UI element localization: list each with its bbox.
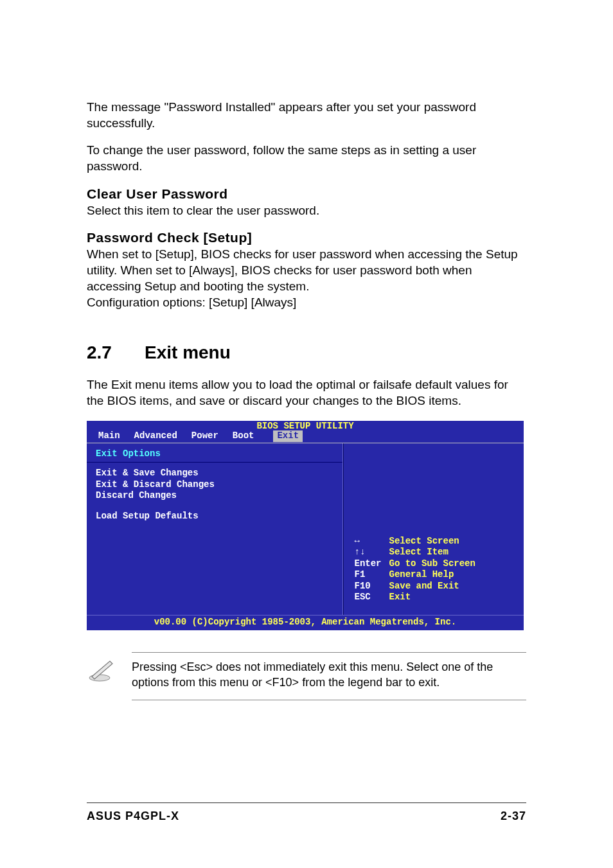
help-desc-select-item: Select Item bbox=[389, 547, 448, 558]
exit-intro: The Exit menu items allow you to load th… bbox=[87, 377, 526, 409]
bios-menu-item-discard[interactable]: Discard Changes bbox=[96, 490, 333, 502]
help-desc-exit: Exit bbox=[389, 592, 411, 603]
password-check-text: When set to [Setup], BIOS checks for use… bbox=[87, 247, 526, 294]
section-heading: 2.7Exit menu bbox=[87, 342, 526, 363]
clear-password-heading: Clear User Password bbox=[87, 186, 526, 202]
note-text: Pressing <Esc> does not immediately exit… bbox=[132, 659, 526, 691]
bios-tab-power[interactable]: Power bbox=[191, 430, 233, 442]
note-block: Pressing <Esc> does not immediately exit… bbox=[87, 652, 526, 700]
note-icon bbox=[87, 652, 115, 700]
bios-help-panel: ↔Select Screen ↑↓Select Item EnterGo to … bbox=[343, 443, 524, 615]
help-key-f1: F1 bbox=[354, 569, 389, 581]
intro-paragraph-2: To change the user password, follow the … bbox=[87, 143, 526, 174]
page-footer: ASUS P4GPL-X 2-37 bbox=[87, 802, 526, 823]
help-desc-save-exit: Save and Exit bbox=[389, 581, 459, 592]
bios-menu-item-discard-exit[interactable]: Exit & Discard Changes bbox=[96, 479, 333, 491]
bios-tab-bar: Main Advanced Power Boot Exit bbox=[98, 430, 303, 442]
password-check-heading: Password Check [Setup] bbox=[87, 230, 526, 245]
bios-tab-boot[interactable]: Boot bbox=[233, 430, 269, 442]
footer-page-number: 2-37 bbox=[501, 810, 526, 823]
footer-model: ASUS P4GPL-X bbox=[87, 810, 179, 823]
help-desc-help: General Help bbox=[389, 569, 454, 581]
bios-tab-main[interactable]: Main bbox=[98, 430, 134, 442]
section-title: Exit menu bbox=[145, 342, 231, 362]
bios-footer: v00.00 (C)Copyright 1985-2003, American … bbox=[87, 615, 524, 631]
help-key-arrows-lr: ↔ bbox=[354, 536, 389, 547]
clear-password-text: Select this item to clear the user passw… bbox=[87, 203, 526, 219]
help-key-esc: ESC bbox=[354, 592, 389, 603]
bios-tab-advanced[interactable]: Advanced bbox=[134, 430, 191, 442]
bios-tab-exit[interactable]: Exit bbox=[273, 430, 303, 442]
help-key-enter: Enter bbox=[354, 558, 389, 570]
bios-menu-item-save[interactable]: Exit & Save Changes bbox=[96, 468, 333, 479]
svg-point-0 bbox=[89, 675, 110, 681]
section-number: 2.7 bbox=[87, 342, 145, 363]
bios-screenshot: BIOS SETUP UTILITY Main Advanced Power B… bbox=[87, 421, 524, 631]
intro-paragraph-1: The message "Password Installed" appears… bbox=[87, 100, 526, 131]
help-key-arrows-ud: ↑↓ bbox=[354, 547, 389, 558]
help-key-f10: F10 bbox=[354, 581, 389, 592]
password-check-config: Configuration options: [Setup] [Always] bbox=[87, 295, 526, 311]
bios-menu-title: Exit Options bbox=[96, 448, 333, 460]
help-desc-select-screen: Select Screen bbox=[389, 536, 459, 547]
bios-menu-panel: Exit Options Exit & Save Changes Exit & … bbox=[87, 443, 343, 615]
help-desc-subscreen: Go to Sub Screen bbox=[389, 558, 475, 570]
bios-menu-item-defaults[interactable]: Load Setup Defaults bbox=[96, 511, 333, 522]
